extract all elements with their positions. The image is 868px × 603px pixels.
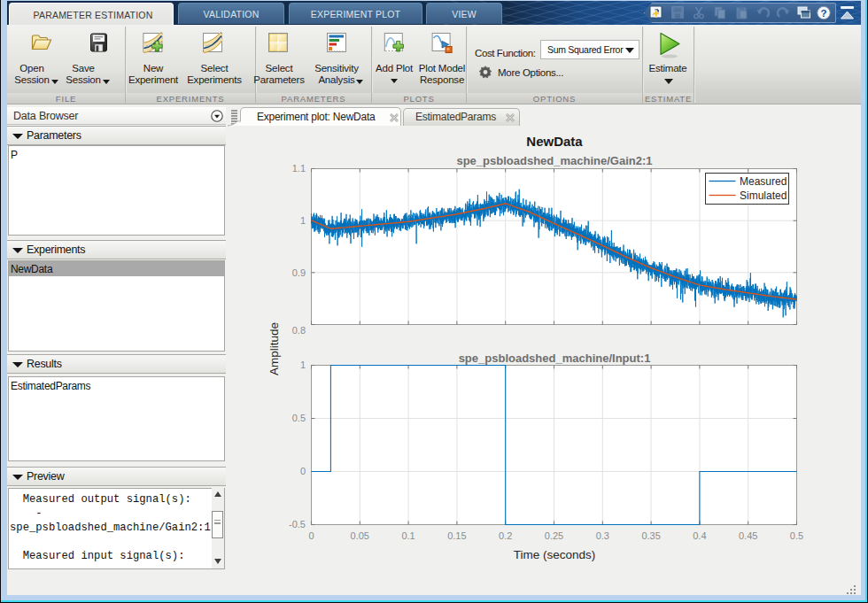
svg-text:0.2: 0.2	[499, 530, 512, 541]
svg-text:0.1: 0.1	[401, 530, 415, 541]
svg-text:0.25: 0.25	[545, 530, 563, 541]
svg-text:0.4: 0.4	[693, 530, 706, 541]
svg-text:Time (seconds): Time (seconds)	[514, 548, 596, 561]
svg-text:0.45: 0.45	[739, 530, 757, 541]
svg-text:0.35: 0.35	[641, 530, 660, 541]
svg-text:-0.5: -0.5	[289, 519, 306, 530]
svg-text:Measured: Measured	[740, 175, 787, 188]
svg-text:spe_psbloadshed_machine/Input:: spe_psbloadshed_machine/Input:1	[459, 352, 651, 365]
svg-text:spe_psbloadshed_machine/Gain2:: spe_psbloadshed_machine/Gain2:1	[456, 154, 652, 167]
svg-text:Amplitude: Amplitude	[267, 322, 281, 375]
svg-text:1: 1	[300, 215, 306, 226]
svg-text:0.3: 0.3	[596, 530, 609, 541]
svg-text:NewData: NewData	[526, 134, 583, 149]
svg-text:0: 0	[308, 530, 314, 541]
svg-text:0.8: 0.8	[292, 325, 306, 336]
svg-text:0.9: 0.9	[292, 267, 306, 278]
svg-text:0.15: 0.15	[447, 530, 466, 541]
svg-text:0.5: 0.5	[790, 530, 803, 541]
svg-text:0.05: 0.05	[351, 530, 369, 541]
svg-text:0: 0	[300, 466, 306, 476]
svg-text:0.5: 0.5	[292, 413, 306, 423]
svg-text:1.1: 1.1	[292, 163, 306, 174]
svg-text:1: 1	[300, 359, 306, 370]
svg-text:Simulated: Simulated	[740, 189, 787, 202]
